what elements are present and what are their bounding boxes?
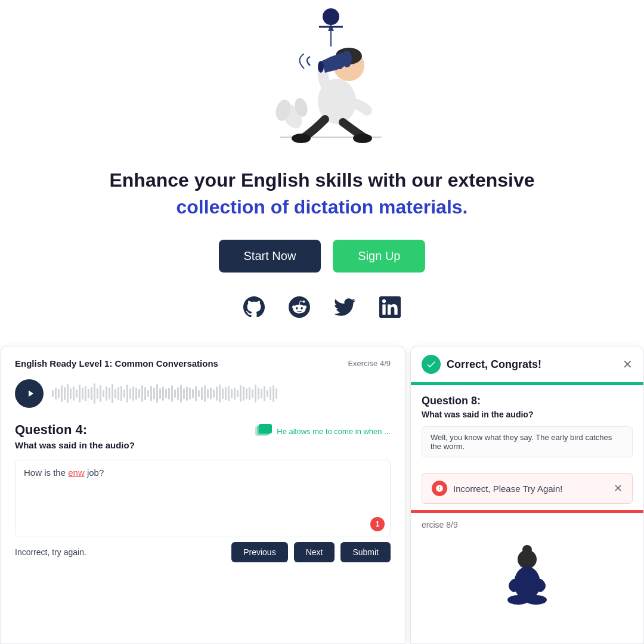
right-exercise-label: ercise 8/9 <box>411 513 643 537</box>
svg-point-21 <box>514 566 540 600</box>
submit-button[interactable]: Submit <box>340 542 391 562</box>
next-button[interactable]: Next <box>294 542 335 562</box>
answer-display: Well, you know what they say. The early … <box>422 426 633 457</box>
card-header: English Ready Level 1: Common Conversati… <box>15 358 391 369</box>
svg-point-23 <box>525 595 547 605</box>
incorrect-banner: Incorrect, Please Try Again! ✕ <box>422 473 633 504</box>
headline-line1: Enhance your English skills with our ext… <box>109 169 534 191</box>
right-question-prompt: What was said in the audio? <box>422 410 633 419</box>
previous-button[interactable]: Previous <box>231 542 287 562</box>
hint-badge[interactable]: He allows me to come in when ... <box>254 423 391 439</box>
play-button[interactable] <box>15 379 44 408</box>
hero-section: Enhance your English skills with our ext… <box>0 0 644 338</box>
hint-text: He allows me to come in when ... <box>277 427 391 436</box>
answer-wrapper: How is the enw job? 1 <box>15 460 391 537</box>
hero-buttons: Start Now Sign Up <box>219 240 426 273</box>
reddit-icon[interactable] <box>286 294 312 320</box>
svg-point-11 <box>318 61 324 73</box>
question-number: Question 4: <box>15 422 87 438</box>
footer-status: Incorrect, try again. <box>15 547 86 557</box>
incorrect-close-button[interactable]: ✕ <box>614 482 623 495</box>
card-title: English Ready Level 1: Common Conversati… <box>15 358 218 369</box>
left-exercise-card: English Ready Level 1: Common Conversati… <box>0 346 405 644</box>
hero-headline: Enhance your English skills with our ext… <box>109 167 534 221</box>
question-section: Question 4: He allows me to come in when… <box>15 422 391 450</box>
typed-text-after: job? <box>85 467 104 478</box>
waveform <box>52 379 391 408</box>
meditation-figure <box>411 537 643 613</box>
correct-banner: Correct, Congrats! ✕ <box>411 346 643 382</box>
svg-point-8 <box>292 134 311 143</box>
typed-text-before: How is the <box>24 467 68 478</box>
linkedin-icon[interactable] <box>377 294 403 320</box>
start-now-button[interactable]: Start Now <box>219 240 321 273</box>
svg-rect-18 <box>259 424 272 434</box>
svg-point-20 <box>522 545 532 555</box>
correct-icon <box>422 355 441 374</box>
right-question-section: Question 8: What was said in the audio? … <box>411 385 643 473</box>
hero-illustration <box>227 6 417 167</box>
incorrect-icon <box>432 481 447 496</box>
svg-point-10 <box>342 51 352 67</box>
correct-text: Correct, Congrats! <box>447 358 541 371</box>
right-feedback-card: Correct, Congrats! ✕ Question 8: What wa… <box>410 346 644 644</box>
card-footer: Incorrect, try again. Previous Next Subm… <box>15 542 391 562</box>
answer-input[interactable]: How is the enw job? <box>15 460 391 537</box>
correct-close-button[interactable]: ✕ <box>623 357 633 371</box>
svg-point-9 <box>353 134 372 143</box>
right-question-number: Question 8: <box>422 395 633 407</box>
sign-up-button[interactable]: Sign Up <box>333 240 425 273</box>
twitter-icon[interactable] <box>332 294 358 320</box>
github-icon[interactable] <box>241 294 267 320</box>
incorrect-text: Incorrect, Please Try Again! <box>453 484 562 494</box>
question-prompt: What was said in the audio? <box>15 440 391 450</box>
footer-buttons: Previous Next Submit <box>231 542 391 562</box>
social-icons <box>241 294 403 320</box>
bottom-section: English Ready Level 1: Common Conversati… <box>0 346 644 644</box>
error-word: enw <box>68 467 85 478</box>
error-badge: 1 <box>370 517 385 531</box>
svg-point-14 <box>323 8 339 25</box>
exercise-label: Exercise 4/9 <box>348 359 391 368</box>
headline-line2: collection of dictation materials. <box>177 196 468 218</box>
audio-player <box>15 379 391 408</box>
